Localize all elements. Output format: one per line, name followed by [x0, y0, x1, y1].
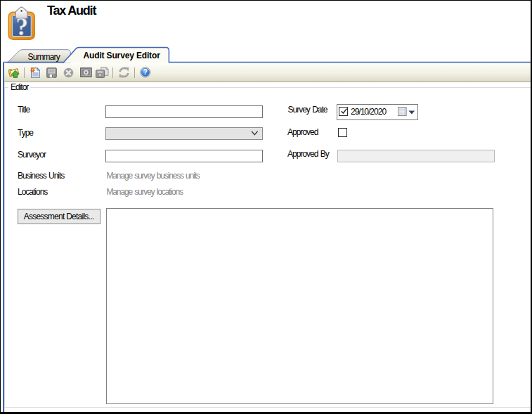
svg-text:?: ?: [143, 68, 147, 76]
svg-text:?: ?: [15, 13, 28, 41]
